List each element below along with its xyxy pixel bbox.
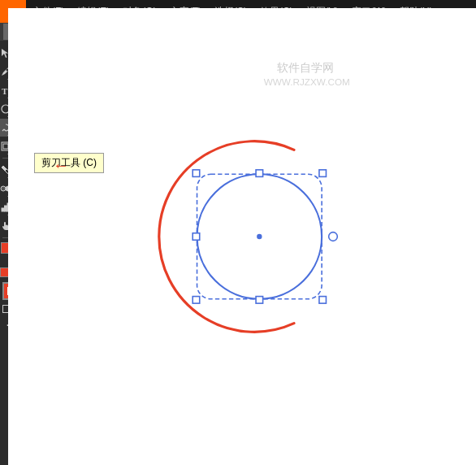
svg-point-44 [257,234,262,239]
main-layout: + T [0,41,476,465]
svg-rect-37 [256,170,263,177]
svg-point-14 [1,186,6,191]
arrow-indicator: ← [53,156,69,175]
svg-rect-41 [193,297,200,304]
svg-rect-38 [319,170,327,177]
svg-rect-43 [319,297,327,304]
svg-rect-42 [256,297,263,304]
canvas-row: 软件自学网 WWW.RJZXW.COM 剪刀工具 (C) ← [23,53,476,465]
svg-text:软件自学网: 软件自学网 [277,61,334,74]
svg-rect-36 [193,170,200,177]
canvas-with-rulers: 软件自学网 WWW.RJZXW.COM 剪刀工具 (C) ← [23,41,476,465]
svg-text:WWW.RJZXW.COM: WWW.RJZXW.COM [264,76,350,87]
svg-rect-18 [2,208,4,211]
document-canvas[interactable]: 软件自学网 WWW.RJZXW.COM 剪刀工具 (C) ← [8,8,476,465]
svg-rect-39 [193,233,200,241]
scissors-tooltip: 剪刀工具 (C) [34,153,104,173]
canvas-svg: 软件自学网 WWW.RJZXW.COM [8,8,476,465]
svg-point-40 [329,232,338,241]
svg-rect-19 [5,206,7,211]
